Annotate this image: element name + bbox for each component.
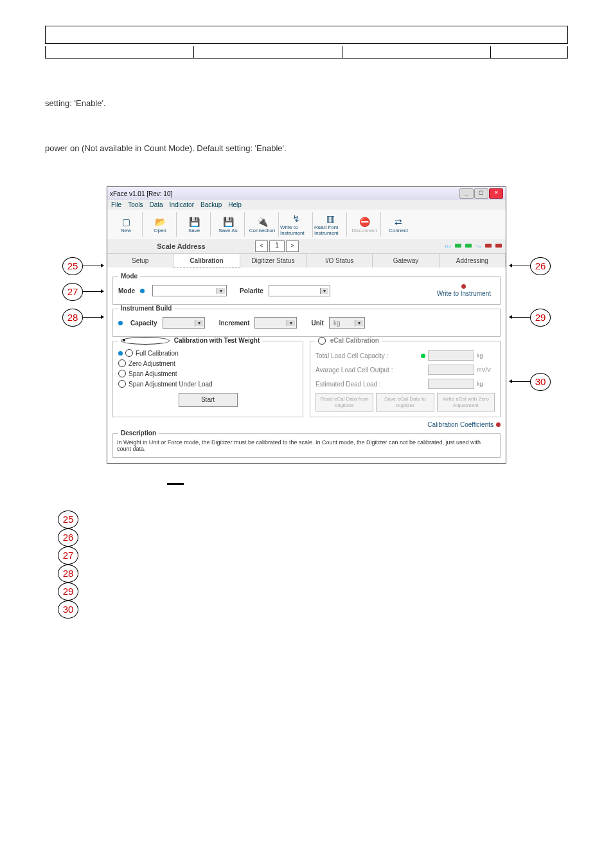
write-instrument-link[interactable]: Write to Instrument: [437, 284, 491, 297]
ecal-row1-input: [428, 350, 474, 361]
opt-spanload-radio[interactable]: [118, 380, 126, 388]
callout-stack: 25 26 27 28 29 30: [58, 511, 81, 619]
tab-digitizer-status[interactable]: Digitizer Status: [240, 253, 306, 267]
stack-27: 27: [58, 547, 78, 565]
ecal-row2-label: Avarage Load Cell Output :: [315, 366, 393, 374]
opt-zero-label: Zero Adjustment: [129, 360, 175, 367]
group-mode: Mode Mode ▾ Polarite ▾ Write to Instrume…: [112, 276, 501, 305]
stack-28: 28: [58, 565, 78, 583]
menu-data[interactable]: Data: [149, 201, 163, 208]
menu-backup[interactable]: Backup: [200, 201, 222, 208]
menu-file[interactable]: File: [111, 201, 121, 208]
callout-25-left: 25: [62, 257, 83, 275]
opt-span-label: Span Adjustment: [129, 370, 177, 377]
desc-text: In Weight in Unit or Force mode, the Dig…: [117, 439, 496, 452]
opt-full-label: Full Calibration: [136, 350, 179, 357]
pane-calibration: Mode Mode ▾ Polarite ▾ Write to Instrume…: [107, 267, 506, 463]
cal-test-radio[interactable]: [121, 337, 170, 345]
rx-led-2: [465, 244, 472, 248]
window-max-button[interactable]: ▢: [474, 188, 488, 199]
desc-legend: Description: [118, 429, 159, 437]
mode-legend: Mode: [118, 273, 140, 280]
save-icon: 💾: [188, 216, 200, 228]
cal-coefficients-link[interactable]: Calibration Coefficients: [112, 421, 501, 428]
ecal-row1-label: Total Load Cell Capacity :: [315, 352, 388, 359]
opt-full-radio[interactable]: [125, 349, 133, 357]
stack-25: 25: [58, 511, 78, 529]
addr-next-button[interactable]: >: [286, 240, 299, 252]
mode-select[interactable]: ▾: [152, 285, 227, 296]
tb-save[interactable]: 💾Save: [178, 212, 211, 237]
tab-calibration[interactable]: Calibration: [173, 253, 240, 267]
ecal-read-button: Read eCal Data from Digitizer: [315, 393, 373, 411]
ecal-row1-dot: [421, 354, 425, 358]
menu-indicator[interactable]: Indicator: [170, 201, 194, 208]
unit-label: Unit: [311, 320, 323, 327]
callout-27-left: 27: [62, 283, 83, 301]
opt-span-radio[interactable]: [118, 370, 126, 377]
opt-zero-radio[interactable]: [118, 359, 126, 367]
body-text-2: power on (Not available in Count Mode). …: [45, 142, 568, 155]
tab-addressing[interactable]: Addressing: [440, 253, 506, 267]
tb-saveas[interactable]: 💾Save As: [212, 212, 245, 237]
ecal-radio[interactable]: [318, 337, 326, 345]
polarite-select[interactable]: ▾: [269, 285, 330, 296]
tab-setup[interactable]: Setup: [107, 253, 173, 267]
calcoef-dot-icon: [496, 422, 501, 427]
callout-30-right: 30: [530, 373, 551, 391]
polarite-label: Polarite: [240, 287, 263, 294]
write-dot-icon: [461, 284, 466, 289]
title-bar: xFace v1.01 [Rev: 10] _ ▢ ✕: [107, 187, 506, 200]
app-window: xFace v1.01 [Rev: 10] _ ▢ ✕ File Tools D…: [107, 186, 506, 464]
menu-tools[interactable]: Tools: [128, 201, 143, 208]
capacity-label: Capacity: [130, 320, 157, 327]
header-bar-top: [45, 26, 568, 44]
write-icon: ↯: [290, 213, 302, 224]
tb-open[interactable]: 📂Open: [144, 212, 177, 237]
cal-test-legend: Calibration with Test Weight: [118, 337, 262, 345]
start-button[interactable]: Start: [179, 393, 238, 407]
opt-spanload-label: Span Adjustment Under Load: [129, 381, 213, 388]
new-icon: ▢: [120, 216, 132, 228]
open-icon: 📂: [154, 216, 166, 228]
window-min-button[interactable]: _: [459, 188, 474, 199]
ecal-legend: eCal Calibration: [315, 337, 382, 345]
tb-connection[interactable]: 🔌Connection: [246, 212, 279, 237]
ecal-write-button: Write eCal with Zero Adjustment: [437, 393, 495, 411]
mode-dot-icon: [140, 289, 145, 293]
addr-value: 1: [269, 240, 285, 252]
capacity-dot-icon: [118, 321, 123, 325]
body-text-1: setting: 'Enable'.: [45, 97, 568, 110]
tb-write[interactable]: ↯Write to Instrument: [280, 212, 313, 237]
connection-icon: 🔌: [256, 216, 268, 228]
comm-indicators: Rx Tx: [445, 244, 506, 249]
group-cal-test-weight: Calibration with Test Weight Full Calibr…: [112, 341, 303, 417]
menu-help[interactable]: Help: [228, 201, 242, 208]
tab-gateway[interactable]: Gateway: [373, 253, 439, 267]
group-ecal: eCal Calibration Total Load Cell Capacit…: [310, 341, 501, 417]
tb-read[interactable]: ▥Read from Instrument: [314, 212, 347, 237]
tab-io-status[interactable]: I/O Status: [306, 253, 373, 267]
window-title: xFace v1.01 [Rev: 10]: [110, 190, 459, 197]
full-cal-dot: [118, 351, 123, 356]
stack-29: 29: [58, 583, 78, 601]
window-close-button[interactable]: ✕: [489, 188, 503, 199]
toolbar: ▢New 📂Open 💾Save 💾Save As 🔌Connection ↯W…: [107, 210, 506, 239]
connect-icon: ⇄: [393, 216, 404, 228]
rx-led: [455, 244, 461, 248]
divider: [167, 483, 184, 485]
ecal-row3-label: Estimated Dead Load :: [315, 381, 381, 388]
addr-prev-button[interactable]: <: [255, 240, 268, 252]
callout-29-right: 29: [530, 309, 551, 327]
tb-connect[interactable]: ⇄Connect: [382, 212, 414, 237]
group-description: Description In Weight in Unit or Force m…: [112, 433, 501, 458]
stack-30: 30: [58, 601, 78, 619]
mode-label: Mode: [118, 287, 135, 294]
ecal-row3-input: [428, 379, 474, 389]
ecal-save-button: Save eCal Data to Digitizer: [376, 393, 434, 411]
tb-new[interactable]: ▢New: [110, 212, 143, 237]
scale-address-label: Scale Address: [107, 242, 255, 250]
header-bar-cells: [45, 46, 568, 59]
ib-legend: Instrument Build: [118, 305, 174, 312]
read-icon: ▥: [324, 213, 336, 224]
